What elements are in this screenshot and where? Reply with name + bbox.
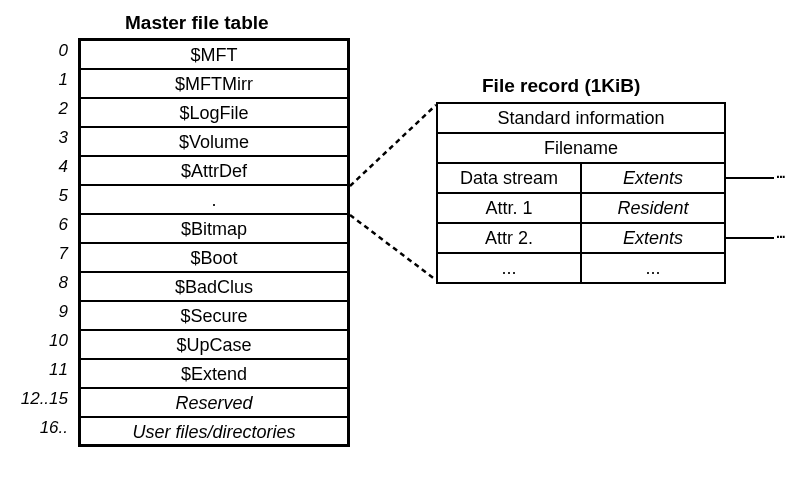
mft-row: $Volume xyxy=(81,128,347,157)
file-record-table: Standard informationFilenameData streamE… xyxy=(436,102,726,284)
connector-lines xyxy=(350,100,440,285)
file-record-row: Attr. 1Resident xyxy=(438,194,724,224)
file-record-row: Attr 2.Extents xyxy=(438,224,724,254)
file-record-cell: Data stream xyxy=(438,164,580,192)
mft-row: $Boot xyxy=(81,244,347,273)
file-record-cell: Extents xyxy=(580,224,724,252)
mft-index: 2 xyxy=(18,99,68,119)
mft-table: $MFT$MFTMirr$LogFile$Volume$AttrDef.$Bit… xyxy=(78,38,350,447)
mft-index: 10 xyxy=(18,331,68,351)
extent-dots-1: ··· xyxy=(776,169,785,185)
file-record-row: Filename xyxy=(438,134,724,164)
mft-index: 8 xyxy=(18,273,68,293)
file-record-cell: Resident xyxy=(580,194,724,222)
mft-index: 1 xyxy=(18,70,68,90)
extent-dots-2: ··· xyxy=(776,229,785,245)
file-record-cell: Extents xyxy=(580,164,724,192)
mft-title: Master file table xyxy=(125,12,269,34)
file-record-row: Standard information xyxy=(438,104,724,134)
file-record-cell: Attr. 1 xyxy=(438,194,580,222)
mft-index: 9 xyxy=(18,302,68,322)
extent-line-2 xyxy=(726,237,774,239)
mft-row: $LogFile xyxy=(81,99,347,128)
svg-line-1 xyxy=(350,215,436,280)
mft-row: . xyxy=(81,186,347,215)
file-record-cell: ... xyxy=(580,254,724,282)
file-record-cell: Filename xyxy=(438,134,724,162)
mft-index: 11 xyxy=(18,360,68,380)
file-record-row: Data streamExtents xyxy=(438,164,724,194)
file-record-cell: Standard information xyxy=(438,104,724,132)
file-record-cell: ... xyxy=(438,254,580,282)
mft-row: User files/directories xyxy=(81,418,347,447)
mft-index: 4 xyxy=(18,157,68,177)
mft-row: $MFT xyxy=(81,41,347,70)
mft-row: $BadClus xyxy=(81,273,347,302)
mft-index: 0 xyxy=(18,41,68,61)
mft-index: 12..15 xyxy=(18,389,68,409)
file-record-row: ...... xyxy=(438,254,724,282)
mft-row: Reserved xyxy=(81,389,347,418)
mft-row: $Extend xyxy=(81,360,347,389)
mft-index: 16.. xyxy=(18,418,68,438)
mft-row: $Bitmap xyxy=(81,215,347,244)
mft-row: $MFTMirr xyxy=(81,70,347,99)
svg-line-0 xyxy=(350,105,436,186)
mft-index: 6 xyxy=(18,215,68,235)
mft-index: 3 xyxy=(18,128,68,148)
mft-index: 5 xyxy=(18,186,68,206)
mft-row: $Secure xyxy=(81,302,347,331)
extent-line-1 xyxy=(726,177,774,179)
mft-index: 7 xyxy=(18,244,68,264)
mft-row: $AttrDef xyxy=(81,157,347,186)
file-record-title: File record (1KiB) xyxy=(482,75,640,97)
mft-row: $UpCase xyxy=(81,331,347,360)
file-record-cell: Attr 2. xyxy=(438,224,580,252)
